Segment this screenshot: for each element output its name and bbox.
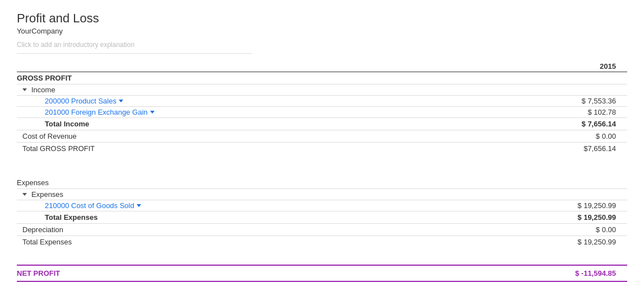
company-name: YourCompany xyxy=(17,27,627,35)
forex-gain-amount: $ 102.78 xyxy=(560,108,627,116)
product-sales-dropdown-icon[interactable] xyxy=(119,100,123,102)
net-profit-amount: $ -11,594.85 xyxy=(560,269,627,277)
account-product-sales[interactable]: 200000 Product Sales xyxy=(45,97,560,105)
account-row-cogs: 210000 Cost of Goods Sold $ 19,250.99 xyxy=(17,200,627,211)
expenses-group-label: Expenses xyxy=(31,190,63,199)
total-gross-profit-amount: $7,656.14 xyxy=(560,144,627,153)
total-expenses-amount: $ 19,250.99 xyxy=(560,238,627,246)
year-header: 2015 xyxy=(17,62,627,70)
forex-gain-dropdown-icon[interactable] xyxy=(150,111,155,114)
total-expenses-sub-label: Total Expenses xyxy=(45,213,560,222)
total-expenses-sub-row: Total Expenses $ 19,250.99 xyxy=(17,211,627,223)
net-profit-bar: NET PROFIT $ -11,594.85 xyxy=(17,265,627,282)
cost-of-revenue-label: Cost of Revenue xyxy=(22,132,560,140)
total-gross-profit-row: Total GROSS PROFIT $7,656.14 xyxy=(17,142,627,154)
report-title: Profit and Loss xyxy=(17,11,627,26)
total-income-row: Total Income $ 7,656.14 xyxy=(17,117,627,130)
account-row-product-sales: 200000 Product Sales $ 7,553.36 xyxy=(17,95,627,106)
product-sales-amount: $ 7,553.36 xyxy=(560,97,627,105)
cost-of-revenue-row: Cost of Revenue $ 0.00 xyxy=(17,130,627,142)
depreciation-row: Depreciation $ 0.00 xyxy=(17,223,627,236)
intro-placeholder[interactable]: Click to add an introductory explanation xyxy=(17,41,252,54)
net-profit-label: NET PROFIT xyxy=(17,269,560,277)
income-group-label: Income xyxy=(31,86,55,94)
total-gross-profit-label: Total GROSS PROFIT xyxy=(22,144,560,153)
expenses-section-label: Expenses xyxy=(17,177,627,189)
income-chevron[interactable] xyxy=(22,88,27,91)
total-income-amount: $ 7,656.14 xyxy=(560,120,627,128)
income-group-row[interactable]: Income xyxy=(17,84,627,95)
account-row-forex-gain: 201000 Foreign Exchange Gain $ 102.78 xyxy=(17,106,627,117)
cost-of-revenue-amount: $ 0.00 xyxy=(560,132,627,140)
depreciation-label: Depreciation xyxy=(22,225,560,234)
cogs-dropdown-icon[interactable] xyxy=(137,204,141,207)
total-expenses-row: Total Expenses $ 19,250.99 xyxy=(17,236,627,248)
total-income-label: Total Income xyxy=(45,120,560,128)
depreciation-amount: $ 0.00 xyxy=(560,225,627,234)
account-cogs[interactable]: 210000 Cost of Goods Sold xyxy=(45,201,560,210)
total-expenses-sub-amount: $ 19,250.99 xyxy=(560,213,627,222)
total-expenses-label: Total Expenses xyxy=(22,238,560,246)
expenses-group-row[interactable]: Expenses xyxy=(17,189,627,200)
expenses-chevron[interactable] xyxy=(22,193,27,196)
cogs-amount: $ 19,250.99 xyxy=(560,201,627,210)
gross-profit-header: GROSS PROFIT xyxy=(17,72,627,84)
account-forex-gain[interactable]: 201000 Foreign Exchange Gain xyxy=(45,108,560,116)
